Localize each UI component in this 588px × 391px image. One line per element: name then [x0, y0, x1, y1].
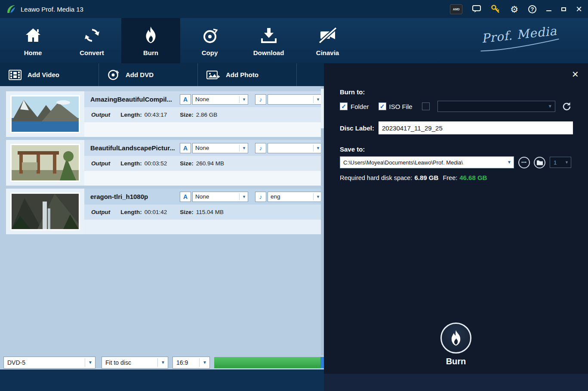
file-title: eragon-tlri_h1080p — [90, 193, 180, 200]
length-label: Length: — [120, 160, 142, 167]
minimize-button[interactable] — [546, 7, 551, 11]
burn-button-label: Burn — [324, 357, 588, 366]
subtitle-dropdown[interactable]: None — [192, 192, 248, 202]
required-space-label: Required hard disk space: — [340, 174, 412, 181]
drive-checkbox[interactable] — [422, 102, 430, 110]
footer-strip-left — [0, 369, 324, 391]
burn-to-label: Burn to: — [340, 88, 365, 96]
nav-tab-burn[interactable]: Burn — [121, 18, 180, 63]
length-value: 00:01:42 — [145, 209, 167, 215]
disc-capacity-bar — [214, 357, 324, 368]
file-row-1[interactable]: AmazingBeautifulCompil... A None ♪ Outpu… — [6, 91, 324, 137]
disc-type-dropdown[interactable]: DVD-5 — [3, 357, 95, 369]
burn-settings-panel: × Burn to: ✓ Folder ✓ ISO File Disc Labe… — [324, 63, 588, 374]
size-label: Size: — [180, 209, 194, 215]
open-folder-button[interactable] — [534, 157, 545, 168]
burn-start-button[interactable] — [440, 323, 471, 354]
iso-checkbox-label: ISO File — [389, 103, 413, 110]
required-space-value: 6.89 GB — [414, 174, 438, 181]
disk-space-summary: Required hard disk space:6.89 GB Free:46… — [340, 174, 487, 181]
amd-badge-icon[interactable]: AMD — [450, 4, 462, 14]
save-to-label: Save to: — [340, 146, 365, 153]
list-scrollbar-thumb[interactable] — [321, 89, 324, 128]
thumbnail-cell — [6, 189, 84, 234]
footer-strip-right — [324, 374, 588, 391]
nav-tab-download[interactable]: Download — [239, 18, 298, 63]
nav-tab-cinavia[interactable]: Cinavia — [298, 18, 357, 63]
maximize-button[interactable] — [561, 7, 566, 11]
audio-dropdown[interactable]: eng — [268, 192, 322, 202]
file-row-3[interactable]: eragon-tlri_h1080p A None ♪ eng Output L… — [6, 189, 324, 234]
free-space-value: 46.68 GB — [459, 174, 487, 181]
folder-checkbox-label: Folder — [351, 103, 369, 110]
leawo-logo-icon — [6, 4, 16, 14]
app-window: Leawo Prof. Media 13 AMD ⚙ ? × — [0, 0, 588, 391]
length-value: 00:03:52 — [145, 160, 167, 167]
file-row-2[interactable]: BeautifulLandscapePictur... A None ♪ Out… — [6, 140, 324, 186]
disc-label-input[interactable] — [379, 121, 573, 134]
folder-checkbox[interactable]: ✓ — [340, 102, 348, 110]
audio-track-icon: ♪ — [255, 192, 266, 202]
register-key-icon[interactable] — [491, 4, 500, 14]
refresh-drives-icon[interactable] — [562, 102, 572, 112]
fit-mode-dropdown[interactable]: Fit to disc — [102, 357, 168, 369]
nav-tab-copy[interactable]: Copy — [180, 18, 239, 63]
brand-script: Prof. Media — [478, 23, 561, 55]
save-path-dropdown[interactable]: C:\Users\Moyea\Documents\Leawo\Prof. Med… — [340, 156, 514, 168]
audio-dropdown[interactable] — [268, 94, 322, 105]
output-label: Output — [91, 209, 110, 215]
file-title: BeautifulLandscapePictur... — [90, 144, 180, 152]
convert-arrows-icon — [83, 25, 102, 45]
length-value: 00:43:17 — [145, 112, 167, 118]
aspect-ratio-dropdown[interactable]: 16:9 — [172, 357, 210, 369]
audio-track-icon: ♪ — [255, 94, 266, 105]
video-thumbnail-mountains — [10, 95, 80, 133]
length-label: Length: — [120, 112, 142, 118]
capacity-free-segment — [320, 357, 324, 368]
file-title: AmazingBeautifulCompil... — [90, 96, 180, 103]
add-toolbar: Add Video Add DVD Add Photo — [0, 63, 324, 86]
iso-checkbox[interactable]: ✓ — [379, 102, 386, 110]
add-photo-button[interactable]: Add Photo — [198, 63, 297, 86]
burn-flame-icon — [143, 25, 159, 45]
download-icon — [260, 25, 278, 45]
subtitle-dropdown[interactable]: None — [192, 94, 248, 105]
cinavia-camera-icon — [318, 25, 337, 45]
add-dvd-button[interactable]: Add DVD — [99, 63, 198, 86]
list-scrollbar-track — [321, 86, 324, 355]
file-list: AmazingBeautifulCompil... A None ♪ Outpu… — [0, 86, 324, 355]
main-nav: Home Convert Burn — [0, 18, 588, 63]
thumbnail-cell — [6, 140, 84, 186]
close-window-button[interactable]: × — [576, 4, 582, 14]
photo-icon — [206, 70, 220, 80]
length-label: Length: — [120, 209, 142, 215]
browse-ellipsis-button[interactable]: ••• — [518, 157, 530, 168]
free-space-label: Free: — [443, 174, 457, 181]
panel-close-icon[interactable]: × — [572, 68, 579, 80]
output-label: Output — [91, 112, 110, 118]
folder-icon — [536, 160, 543, 165]
audio-dropdown[interactable] — [268, 143, 322, 153]
burner-drive-dropdown[interactable] — [437, 101, 555, 112]
size-value: 2.86 GB — [196, 112, 218, 118]
disc-settings-bar: DVD-5 Fit to disc 16:9 — [0, 355, 324, 369]
size-label: Size: — [180, 160, 194, 167]
size-value: 260.94 MB — [196, 160, 224, 167]
feedback-chat-icon[interactable] — [472, 5, 481, 13]
size-label: Size: — [180, 112, 194, 118]
subtitle-icon: A — [180, 143, 191, 153]
nav-tab-convert[interactable]: Convert — [62, 18, 121, 63]
subtitle-icon: A — [180, 94, 191, 105]
output-label: Output — [91, 160, 110, 167]
nav-tab-home[interactable]: Home — [3, 18, 62, 63]
thumbnail-cell — [6, 91, 84, 137]
add-video-button[interactable]: Add Video — [0, 63, 99, 86]
capacity-used-segment — [214, 357, 320, 368]
copy-disc-icon — [201, 25, 219, 45]
subtitle-dropdown[interactable]: None — [192, 143, 248, 153]
copies-dropdown[interactable]: 1 — [550, 157, 571, 168]
dvd-disc-icon — [108, 69, 120, 81]
settings-gear-icon[interactable]: ⚙ — [510, 5, 518, 14]
audio-track-icon: ♪ — [255, 143, 266, 153]
help-icon[interactable]: ? — [528, 5, 536, 13]
